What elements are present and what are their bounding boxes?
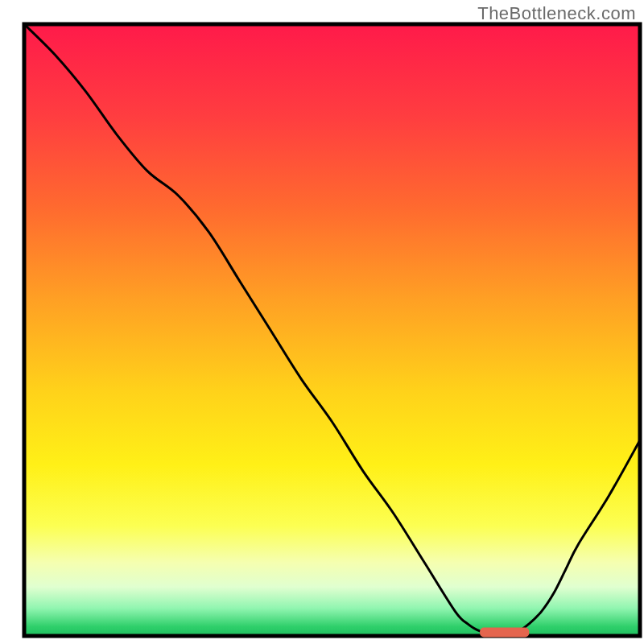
optimal-marker <box>480 627 529 637</box>
chart-container: { "watermark": "TheBottleneck.com", "cha… <box>0 0 644 644</box>
bottleneck-chart <box>0 0 644 644</box>
plot-background <box>24 24 640 636</box>
